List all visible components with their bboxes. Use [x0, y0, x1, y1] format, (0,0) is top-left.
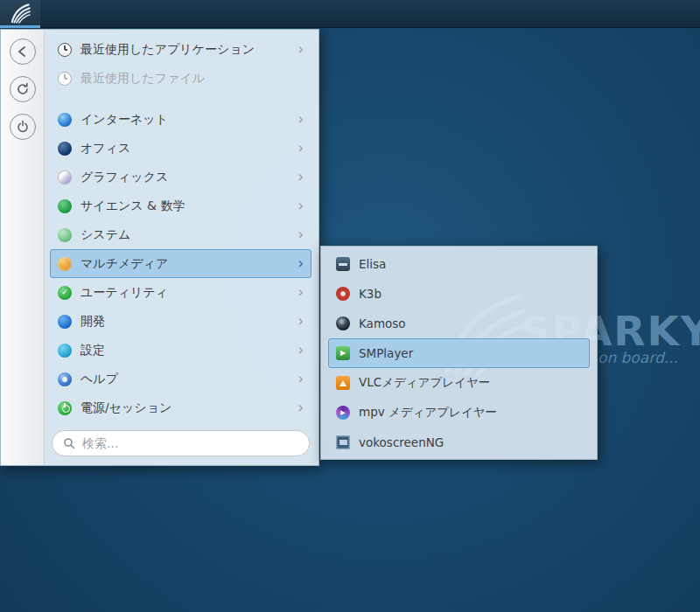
menu-item-settings[interactable]: 設定› [50, 336, 312, 365]
vlc-icon [336, 376, 350, 390]
menu-item-label: グラフィックス [80, 170, 168, 185]
menu-item-recent-files: 最近使用したファイル [50, 64, 312, 93]
k3b-icon [336, 287, 350, 301]
menu-item-label: K3b [359, 287, 382, 301]
menu-item-label: SMPlayer [359, 346, 413, 360]
chevron-right-icon: › [298, 170, 304, 184]
chevron-right-icon: › [298, 343, 304, 358]
app-launcher-button[interactable] [0, 0, 40, 28]
menu-item-development[interactable]: 開発› [50, 307, 312, 336]
menu-item-vokoscreenng[interactable]: vokoscreenNG [328, 428, 590, 457]
menu-item-power-session[interactable]: 電源/セッション› [50, 393, 312, 422]
menu-item-label: システム [80, 227, 130, 243]
internet-globe-icon [58, 113, 72, 127]
search-input[interactable] [82, 436, 298, 450]
chevron-right-icon: › [298, 42, 304, 57]
back-button[interactable] [10, 38, 36, 65]
power-button[interactable] [10, 114, 36, 140]
chevron-right-icon: › [298, 372, 304, 386]
menu-item-label: マルチメディア [80, 256, 168, 272]
development-icon [58, 315, 72, 329]
menu-item-list: 最近使用したアプリケーション›最近使用したファイルインターネット›オフィス›グラ… [48, 35, 313, 422]
chevron-right-icon: › [298, 198, 304, 213]
menu-item-label: 開発 [80, 314, 105, 330]
menu-item-system[interactable]: システム› [50, 220, 312, 249]
menu-item-label: Elisa [359, 257, 386, 271]
switch-user-icon [16, 82, 30, 96]
multimedia-submenu: ElisaK3bKamosoSMPlayerVLCメディアプレイヤーmpv メデ… [320, 246, 598, 460]
menu-item-graphics[interactable]: グラフィックス› [50, 163, 312, 191]
mpv-icon [336, 406, 350, 420]
back-arrow-icon [16, 45, 30, 59]
menu-item-multimedia[interactable]: マルチメディア› [50, 249, 312, 278]
help-icon [58, 372, 72, 386]
menu-item-kamoso[interactable]: Kamoso [328, 309, 590, 338]
chevron-right-icon: › [298, 141, 304, 156]
sparky-logo-icon [10, 3, 31, 24]
menu-item-label: VLCメディアプレイヤー [359, 375, 490, 391]
kamoso-icon [336, 316, 350, 330]
vokoscreenng-icon [336, 435, 350, 449]
chevron-right-icon: › [298, 112, 304, 127]
menu-item-label: ヘルプ [80, 372, 118, 387]
settings-icon [58, 344, 72, 358]
menu-item-label: 最近使用したアプリケーション [80, 42, 255, 58]
chevron-right-icon: › [298, 256, 304, 271]
multimedia-icon [58, 257, 72, 271]
menu-item-elisa[interactable]: Elisa [328, 249, 590, 279]
menu-item-label: ユーティリティ [80, 285, 168, 301]
watermark-subtitle: on board... [598, 349, 678, 366]
menu-item-internet[interactable]: インターネット› [50, 105, 312, 134]
chevron-right-icon: › [298, 400, 304, 415]
smplayer-icon [336, 346, 350, 360]
menu-item-label: 電源/セッション [80, 400, 172, 416]
graphics-icon [58, 170, 72, 184]
menu-item-label: Kamoso [359, 316, 406, 330]
office-icon [58, 142, 72, 156]
switch-user-button[interactable] [10, 76, 36, 102]
power-icon [16, 120, 30, 134]
menu-item-office[interactable]: オフィス› [50, 134, 312, 163]
menu-item-label: vokoscreenNG [359, 435, 444, 449]
menu-item-smplayer[interactable]: SMPlayer [328, 338, 590, 368]
clock-icon [58, 72, 72, 86]
application-menu: 最近使用したアプリケーション›最近使用したファイルインターネット›オフィス›グラ… [0, 29, 319, 466]
chevron-right-icon: › [298, 227, 304, 242]
chevron-right-icon: › [298, 285, 304, 300]
menu-item-label: オフィス [80, 141, 130, 156]
menu-item-recent-apps[interactable]: 最近使用したアプリケーション› [50, 35, 312, 64]
science-icon [58, 199, 72, 213]
elisa-icon [336, 257, 350, 271]
menu-item-mpv[interactable]: mpv メディアプレイヤー [328, 398, 590, 428]
chevron-right-icon: › [298, 314, 304, 329]
submenu-item-list: ElisaK3bKamosoSMPlayerVLCメディアプレイヤーmpv メデ… [326, 249, 592, 457]
menu-item-label: インターネット [80, 112, 168, 128]
search-icon [63, 437, 75, 449]
menu-item-science[interactable]: サイエンス & 数学› [50, 191, 312, 220]
menu-item-help[interactable]: ヘルプ› [50, 365, 312, 393]
utilities-icon [58, 286, 72, 300]
menu-main: 最近使用したアプリケーション›最近使用したファイルインターネット›オフィス›グラ… [45, 30, 318, 465]
menu-item-label: mpv メディアプレイヤー [359, 405, 497, 421]
menu-item-k3b[interactable]: K3b [328, 279, 590, 309]
search-box[interactable] [52, 430, 310, 456]
system-icon [58, 228, 72, 242]
menu-item-vlc[interactable]: VLCメディアプレイヤー [328, 368, 590, 398]
menu-item-label: サイエンス & 数学 [80, 198, 185, 214]
menu-item-label: 設定 [80, 343, 105, 358]
menu-item-label: 最近使用したファイル [80, 71, 205, 87]
menu-item-utilities[interactable]: ユーティリティ› [50, 278, 312, 307]
top-panel [0, 0, 700, 28]
clock-icon [58, 43, 72, 57]
menu-sidebar [1, 30, 45, 465]
power-session-icon [58, 401, 72, 415]
